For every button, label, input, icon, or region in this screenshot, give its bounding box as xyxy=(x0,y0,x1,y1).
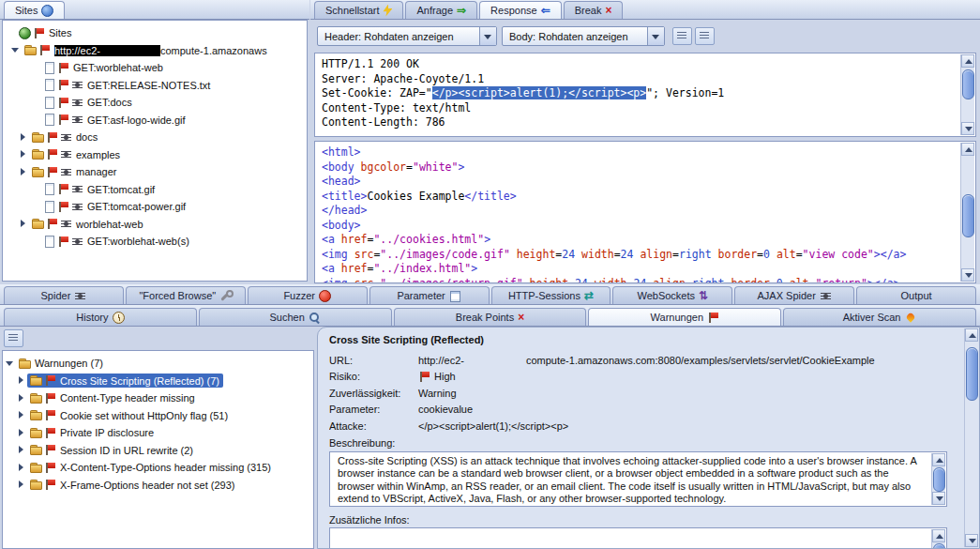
scroll-thumb[interactable] xyxy=(933,543,945,549)
sites-tabstrip: Sites xyxy=(0,0,309,20)
tab-warnungen[interactable]: Warnungen xyxy=(588,308,781,326)
scroll-thumb[interactable] xyxy=(966,347,978,401)
view-toggle-button-1[interactable] xyxy=(672,27,692,45)
scroll-thumb[interactable] xyxy=(962,69,974,99)
tab-anfrage[interactable]: Anfrage⇒ xyxy=(405,1,477,19)
folder-icon xyxy=(30,409,42,421)
websockets-icon: ⇅ xyxy=(699,290,708,301)
tab-ajax-spider[interactable]: AJAX Spider xyxy=(734,286,854,304)
tree-row-label: worblehat-web xyxy=(76,219,143,230)
chevron-down-icon[interactable] xyxy=(647,27,664,45)
tree-row-content: GET:worblehat-web(s) xyxy=(40,235,193,249)
expander-icon[interactable] xyxy=(16,410,26,420)
header-view-combo[interactable]: Header: Rohdaten anzeigen xyxy=(317,26,497,46)
tree-row[interactable]: http://ec2-compute-1.amazonaws xyxy=(3,42,307,60)
tree-row[interactable]: Private IP disclosure xyxy=(3,424,313,442)
scrollbar[interactable] xyxy=(931,453,945,505)
expander-icon[interactable] xyxy=(5,358,15,369)
scrollbar[interactable] xyxy=(960,54,974,135)
scroll-down-button[interactable] xyxy=(961,268,974,282)
tab-response[interactable]: Response⇐ xyxy=(479,1,562,19)
expander-icon[interactable] xyxy=(18,149,28,160)
tree-row[interactable]: worblehat-web xyxy=(3,216,307,234)
scroll-up-button[interactable] xyxy=(932,529,945,542)
tab-forced-browse[interactable]: "Forced Browse" xyxy=(126,286,246,304)
scrollbar[interactable] xyxy=(960,143,974,282)
tree-row[interactable]: Cookie set without HttpOnly flag (51) xyxy=(3,407,313,425)
expander-icon[interactable] xyxy=(16,428,26,438)
tree-row[interactable]: GET:worblehat-web xyxy=(3,59,307,77)
folder-icon xyxy=(30,392,42,404)
tab-break-points[interactable]: Break Points× xyxy=(394,308,587,326)
folder-icon xyxy=(24,44,37,56)
tree-row[interactable]: Cross Site Scripting (Reflected) (7) xyxy=(3,373,313,390)
expander-icon[interactable] xyxy=(18,167,28,177)
tab-http-sessions[interactable]: HTTP-Sessions⇄ xyxy=(491,286,611,304)
code-line: Content-Type: text/html xyxy=(322,101,957,116)
tree-row[interactable]: GET:worblehat-web(s) xyxy=(3,233,307,251)
tab-label: Response xyxy=(490,5,537,16)
response-header-pane[interactable]: HTTP/1.1 200 OKServer: Apache-Coyote/1.1… xyxy=(314,53,976,137)
expander-icon[interactable] xyxy=(10,45,21,55)
file-icon xyxy=(43,236,55,248)
tab-suchen[interactable]: Suchen xyxy=(199,308,392,326)
tree-row-label: GET:RELEASE-NOTES.txt xyxy=(87,80,210,91)
flag-icon xyxy=(46,218,58,230)
tree-row[interactable]: GET:RELEASE-NOTES.txt xyxy=(3,77,307,95)
tree-row[interactable]: examples xyxy=(3,146,307,164)
tab-history[interactable]: History xyxy=(4,308,197,326)
tab-output[interactable]: Output xyxy=(856,286,976,304)
tab-break[interactable]: Break× xyxy=(564,1,624,19)
scrollbar[interactable] xyxy=(931,529,945,549)
tree-row[interactable]: GET:asf-logo-wide.gif xyxy=(3,112,307,130)
tree-row[interactable]: GET:tomcat-power.gif xyxy=(3,198,307,216)
scroll-up-button[interactable] xyxy=(961,143,974,156)
scrollbar[interactable] xyxy=(964,328,978,547)
description-box[interactable]: Cross-site Scripting (XSS) is an attack … xyxy=(329,451,947,507)
tab-sites[interactable]: Sites xyxy=(4,1,65,19)
tree-row-content: GET:RELEASE-NOTES.txt xyxy=(40,78,214,92)
tree-row[interactable]: docs xyxy=(3,129,307,146)
scroll-thumb[interactable] xyxy=(933,467,945,492)
scroll-down-button[interactable] xyxy=(965,534,978,547)
tree-row[interactable]: GET:docs xyxy=(3,94,307,112)
tab-aktiver-scan[interactable]: Aktiver Scan xyxy=(783,308,976,326)
tree-row[interactable]: Sites xyxy=(3,24,307,42)
tree-row[interactable]: X-Content-Type-Options header missing (3… xyxy=(3,459,313,477)
expander-icon[interactable] xyxy=(16,463,26,473)
other-info-box[interactable] xyxy=(329,527,947,549)
response-body-pane[interactable]: <html><body bgcolor="white"><head><title… xyxy=(314,141,976,283)
chevron-down-icon[interactable] xyxy=(479,27,496,45)
tab-label: Warnungen xyxy=(651,312,703,323)
tab-schnellstart[interactable]: Schnellstart xyxy=(314,1,403,19)
scroll-up-button[interactable] xyxy=(932,453,945,466)
view-toggle-button-2[interactable] xyxy=(695,27,715,45)
alerts-filter-button[interactable] xyxy=(4,329,23,347)
scroll-down-button[interactable] xyxy=(961,122,974,135)
scroll-down-button[interactable] xyxy=(932,492,945,505)
body-view-combo[interactable]: Body: Rohdaten anzeigen xyxy=(502,26,665,46)
tree-row[interactable]: X-Frame-Options header not set (293) xyxy=(3,477,313,495)
tree-row[interactable]: GET:tomcat.gif xyxy=(3,181,307,199)
tab-spider[interactable]: Spider xyxy=(4,286,124,304)
tree-row[interactable]: Content-Type header missing xyxy=(3,389,313,407)
expander-icon[interactable] xyxy=(16,480,26,490)
expander-icon[interactable] xyxy=(16,375,26,386)
text-lines-icon xyxy=(675,29,687,41)
tree-row[interactable]: Warnungen (7) xyxy=(3,355,313,373)
scroll-up-button[interactable] xyxy=(965,328,978,342)
expander-icon[interactable] xyxy=(18,219,28,229)
scroll-up-button[interactable] xyxy=(961,54,974,68)
tree-row[interactable]: Session ID in URL rewrite (2) xyxy=(3,442,313,460)
tree-row-content: GET:asf-logo-wide.gif xyxy=(40,113,189,127)
expander-icon[interactable] xyxy=(18,132,28,143)
spider-icon xyxy=(60,218,72,230)
tree-row[interactable]: manager xyxy=(3,163,307,181)
scroll-thumb[interactable] xyxy=(962,194,974,237)
file-icon xyxy=(43,79,55,91)
expander-icon[interactable] xyxy=(16,445,26,455)
expander-icon[interactable] xyxy=(16,393,26,404)
tab-parameter[interactable]: Parameter xyxy=(369,286,490,304)
tab-websockets[interactable]: WebSockets⇅ xyxy=(612,286,732,304)
tab-fuzzer[interactable]: Fuzzer xyxy=(248,286,368,304)
